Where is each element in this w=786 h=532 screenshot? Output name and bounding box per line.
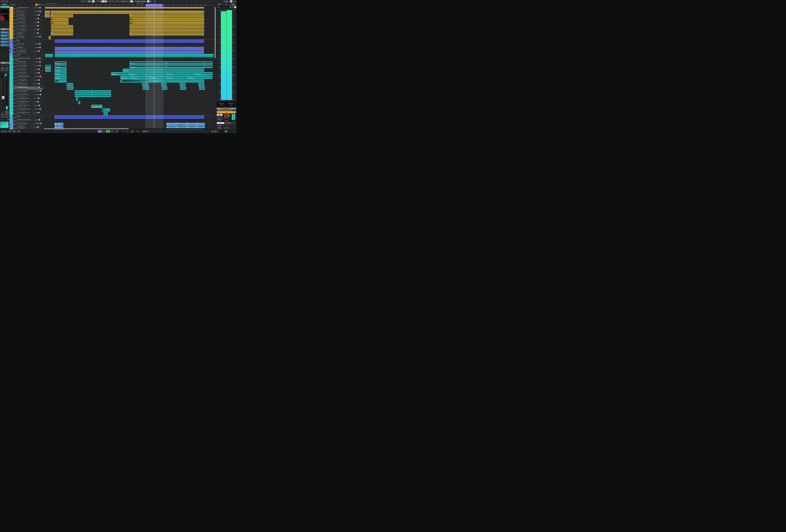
track-volume-slider[interactable] <box>35 112 42 113</box>
ctrl-∞-icon[interactable]: ∞ <box>20 67 21 68</box>
track-volume-slider[interactable] <box>35 22 42 23</box>
track-m-button[interactable]: M <box>14 70 15 71</box>
ctrl-◂-icon[interactable]: ◂ <box>17 99 18 100</box>
automation-panel-icon[interactable]: ✒ <box>92 0 94 2</box>
ctrl-≡-icon[interactable]: ≡ <box>25 88 26 90</box>
ctrl-e-icon[interactable]: e <box>19 85 20 86</box>
ctrl-W-icon[interactable]: W <box>23 52 25 53</box>
clip-gtr-shimmer-strums-0[interactable]: 10.53 dB <box>55 76 65 79</box>
ctrl-R-icon[interactable]: R <box>22 77 23 79</box>
track-m-button[interactable]: M <box>14 8 15 9</box>
audio-rec-mode-dropdown[interactable]: ∿ ▾ <box>8 130 11 133</box>
ctrl-●-icon[interactable]: ● <box>16 77 17 79</box>
track-row-36[interactable]: ∿36MSGTR Prechorus Chords●◂e∞RW≡ <box>9 108 43 112</box>
clip-syn-mello-strings-3[interactable]: 2 ▾ <box>176 123 186 126</box>
ctrl-∞-icon[interactable]: ∞ <box>20 85 21 86</box>
ctrl-W-icon[interactable]: W <box>23 20 25 21</box>
ctrl-R-icon[interactable]: R <box>22 70 23 71</box>
track-m-button[interactable]: M <box>14 110 15 111</box>
track-m-button[interactable]: M <box>13 55 15 56</box>
horizontal-scrollbar[interactable] <box>43 128 214 130</box>
ctrl-≡-icon[interactable]: ≡ <box>25 103 26 104</box>
ctrl-R-icon[interactable]: R <box>22 114 23 115</box>
ctrl-W-icon[interactable]: W <box>23 23 25 25</box>
clip-gtr-hook-palm-r-1[interactable]: 12.46 dB <box>55 65 67 68</box>
track-row-29[interactable]: ∿29MSGTR Accent Lead L●◂e∞RW≡ <box>9 83 43 86</box>
insert-slot-reverence[interactable]: REVerence <box>0 41 9 43</box>
track-volume-slider[interactable] <box>35 65 42 66</box>
ctrl-W-icon[interactable]: W <box>23 67 25 68</box>
track-m-button[interactable]: M <box>14 16 15 17</box>
track-row-25[interactable]: ∿25MSGTR Lead Line L●◂e∞RW≡ <box>9 68 43 72</box>
stop-button[interactable]: □ <box>102 130 106 133</box>
clip-gtr-lead-line-r-3[interactable]: -2.29 dB <box>166 72 195 75</box>
ctrl-=-icon[interactable]: = <box>18 56 19 57</box>
track-row-35[interactable]: ∿35MSGTR Verse Chorus ...ar●◂e∞RW≡ <box>9 105 43 108</box>
ctrl-≡-icon[interactable]: ≡ <box>25 74 26 75</box>
clip-take-badge[interactable]: 1 ▾ <box>187 126 188 128</box>
ctrl-≡-icon[interactable]: ≡ <box>25 124 26 126</box>
slider-knob[interactable] <box>38 126 39 128</box>
clip-syn-mello-strings-4[interactable]: 1 ▾ <box>186 123 196 126</box>
slider-knob[interactable] <box>40 108 41 110</box>
quantize-edit-button[interactable]: e <box>149 0 152 2</box>
ctrl-≡-icon[interactable]: ≡ <box>25 20 26 21</box>
ctrl-e-icon[interactable]: e <box>19 124 20 126</box>
track-m-button[interactable]: M <box>14 59 15 60</box>
auto-quantize-button[interactable]: AQ <box>18 130 20 133</box>
slider-knob[interactable] <box>40 90 41 92</box>
ctrl-≡-icon[interactable]: ≡ <box>25 30 26 32</box>
ctrl-◂-icon[interactable]: ◂ <box>17 81 18 83</box>
ctrl-W-icon[interactable]: W <box>23 114 25 115</box>
track-search-icon[interactable]: ⌕ <box>40 4 43 6</box>
hscroll-handle[interactable] <box>44 128 129 129</box>
ctrl-W-icon[interactable]: W <box>17 9 18 10</box>
ctrl-◂-icon[interactable]: ◂ <box>17 67 18 68</box>
track-volume-slider[interactable] <box>35 123 42 124</box>
levels-section[interactable]: ▸ Levels <box>217 125 236 126</box>
ctrl-e-icon[interactable]: e <box>19 63 20 64</box>
ctrl-≡-icon[interactable]: ≡ <box>25 99 26 100</box>
clip-guitars-0[interactable] <box>45 54 53 57</box>
quantize-button[interactable]: Q <box>147 0 149 2</box>
ctrl-◂-icon[interactable]: ◂ <box>17 103 18 104</box>
slider-knob[interactable] <box>40 123 41 124</box>
tool-8-icon[interactable]: ✋ <box>122 0 124 2</box>
export-icon[interactable]: ⇧ <box>223 0 226 2</box>
insert-bypass-icon[interactable]: ∞ <box>2 119 3 120</box>
zone-toggle-1[interactable]: ▯ <box>232 0 234 2</box>
tap-tempo-button[interactable]: Tap <box>142 130 146 133</box>
ctrl-W-icon[interactable]: W <box>23 70 25 71</box>
timeline-ruler[interactable]: 3579111315171921232527293133353739414345… <box>43 3 214 7</box>
ctrl-●-icon[interactable]: ● <box>16 16 17 17</box>
mix-source-button[interactable]: Mix <box>217 111 236 113</box>
track-volume-slider[interactable] <box>35 32 42 33</box>
ctrl-≡-icon[interactable]: ≡ <box>25 23 26 25</box>
track-m-button[interactable]: M <box>14 124 15 125</box>
track-volume-slider[interactable] <box>35 29 42 30</box>
ctrl-●-icon[interactable]: ● <box>16 52 17 53</box>
ctrl-e-icon[interactable]: e <box>19 30 20 32</box>
ctrl-●-icon[interactable]: ● <box>16 128 17 130</box>
track-row-34[interactable]: ∿34MSGTR Modulation Hits R●◂e∞RW≡ <box>9 101 43 105</box>
clip-gtr-hook-palm-l-0[interactable]: 12.46 dB <box>55 61 67 65</box>
ctrl-W-icon[interactable]: W <box>23 30 25 32</box>
ctrl-≡-icon[interactable]: ≡ <box>25 49 26 50</box>
track-row-31[interactable]: ∿31MSGTR Verse Strums L●◂e∞RW≡ <box>9 90 43 94</box>
ctrl-●-icon[interactable]: ● <box>16 70 17 71</box>
ctrl-e-icon[interactable]: e <box>19 96 20 97</box>
monitor-r-button[interactable]: R <box>88 0 90 2</box>
clip-ba-p-bass-1[interactable] <box>74 47 204 50</box>
ctrl-◂-icon[interactable]: ◂ <box>17 49 18 50</box>
cr-listen-button[interactable]: L <box>220 114 223 116</box>
strip-l-button[interactable]: L <box>1 69 4 71</box>
divider-dots[interactable] <box>2 66 8 66</box>
ctrl-●-icon[interactable]: ● <box>16 88 17 90</box>
track-row-32[interactable]: ∿32MSGTR Verse Strums R●◂e∞RW≡ <box>9 94 43 97</box>
strip-s-button[interactable]: S <box>5 67 8 69</box>
track-volume-slider[interactable] <box>35 51 42 52</box>
track-volume-slider[interactable] <box>35 15 42 16</box>
folder-icon[interactable]: 🗀 <box>10 116 11 118</box>
clip-gtr-prechorus-crunch-0[interactable] <box>103 112 108 115</box>
clip-dr-right-crash-0[interactable] <box>51 22 69 25</box>
